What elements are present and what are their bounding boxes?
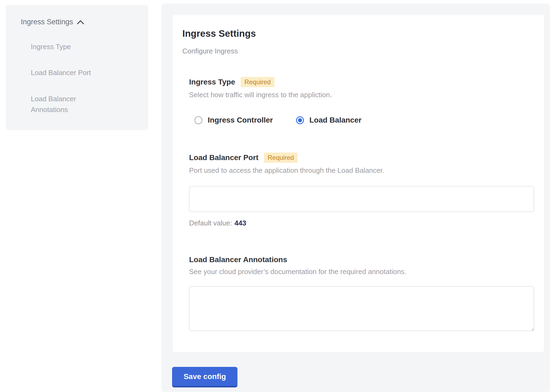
sidebar-group-ingress-settings[interactable]: Ingress Settings xyxy=(21,18,139,26)
page-subtitle: Configure Ingress xyxy=(182,47,534,55)
main-panel: Ingress Settings Configure Ingress Ingre… xyxy=(162,4,550,392)
field-ingress-type: Ingress Type Required Select how traffic… xyxy=(189,77,534,124)
field-load-balancer-port: Load Balancer Port Required Port used to… xyxy=(189,153,534,227)
config-sidebar: Ingress Settings Ingress Type Load Balan… xyxy=(6,5,148,130)
sidebar-group-label: Ingress Settings xyxy=(21,18,73,26)
ingress-type-help: Select how traffic will ingress to the a… xyxy=(189,91,534,99)
page-title: Ingress Settings xyxy=(182,28,534,39)
radio-option-ingress-controller[interactable]: Ingress Controller xyxy=(194,116,273,124)
default-value: 443 xyxy=(234,219,246,227)
radio-label-load-balancer: Load Balancer xyxy=(309,116,361,124)
field-load-balancer-annotations-header: Load Balancer Annotations xyxy=(189,255,534,264)
field-ingress-type-header: Ingress Type Required xyxy=(189,77,534,87)
required-badge: Required xyxy=(264,153,298,163)
field-load-balancer-port-header: Load Balancer Port Required xyxy=(189,153,534,163)
default-value-line: Default value:443 xyxy=(189,219,534,227)
ingress-type-label: Ingress Type xyxy=(189,78,235,86)
sidebar-item-load-balancer-port[interactable]: Load Balancer Port xyxy=(21,67,110,78)
sidebar-item-ingress-type[interactable]: Ingress Type xyxy=(21,41,110,52)
load-balancer-port-help: Port used to access the application thro… xyxy=(189,166,534,175)
save-config-button[interactable]: Save config xyxy=(172,367,237,387)
load-balancer-port-label: Load Balancer Port xyxy=(189,153,259,162)
radio-unselected-icon xyxy=(194,116,202,124)
radio-selected-icon xyxy=(296,116,304,124)
chevron-up-icon xyxy=(77,20,84,24)
config-card: Ingress Settings Configure Ingress Ingre… xyxy=(172,14,544,352)
load-balancer-port-input[interactable] xyxy=(189,186,534,212)
radio-option-load-balancer[interactable]: Load Balancer xyxy=(296,116,361,124)
field-load-balancer-annotations: Load Balancer Annotations See your cloud… xyxy=(189,255,534,331)
load-balancer-annotations-help: See your cloud provider’s documentation … xyxy=(189,268,534,276)
sidebar-item-list: Ingress Type Load Balancer Port Load Bal… xyxy=(21,41,139,115)
load-balancer-annotations-label: Load Balancer Annotations xyxy=(189,255,287,264)
required-badge: Required xyxy=(241,77,274,87)
load-balancer-annotations-textarea[interactable] xyxy=(189,286,534,331)
default-value-label: Default value: xyxy=(189,219,232,227)
ingress-type-radio-group: Ingress Controller Load Balancer xyxy=(189,116,534,124)
radio-label-ingress-controller: Ingress Controller xyxy=(208,116,273,124)
sidebar-item-load-balancer-annotations[interactable]: Load Balancer Annotations xyxy=(21,93,96,115)
